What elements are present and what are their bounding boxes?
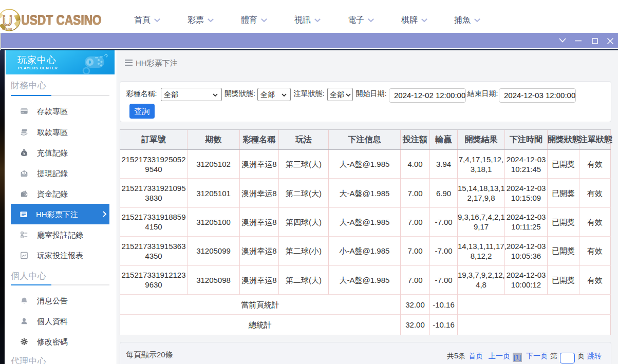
svg-text:CASINO: CASINO xyxy=(2,27,12,30)
svg-text:U: U xyxy=(4,15,11,28)
